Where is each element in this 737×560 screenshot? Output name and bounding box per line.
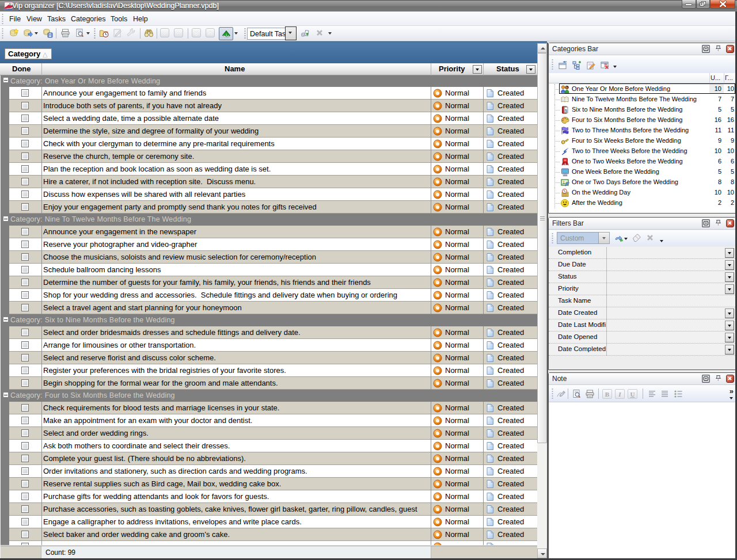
svg-text:5: 5 [565, 109, 567, 113]
